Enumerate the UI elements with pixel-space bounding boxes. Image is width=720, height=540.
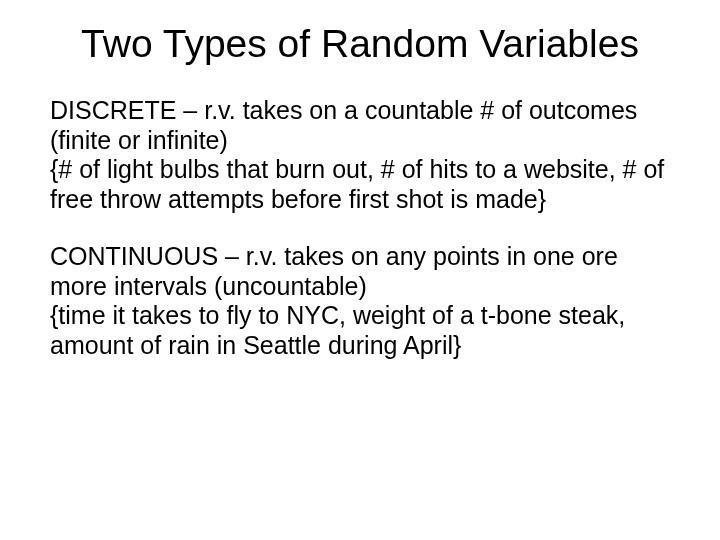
slide-title: Two Types of Random Variables <box>50 22 670 66</box>
discrete-examples: {# of light bulbs that burn out, # of hi… <box>50 155 670 214</box>
discrete-section: DISCRETE – r.v. takes on a countable # o… <box>50 96 670 214</box>
slide: Two Types of Random Variables DISCRETE –… <box>0 0 720 540</box>
discrete-definition: DISCRETE – r.v. takes on a countable # o… <box>50 96 670 155</box>
slide-body: DISCRETE – r.v. takes on a countable # o… <box>50 96 670 360</box>
continuous-section: CONTINUOUS – r.v. takes on any points in… <box>50 242 670 360</box>
continuous-examples: {time it takes to fly to NYC, weight of … <box>50 301 670 360</box>
continuous-definition: CONTINUOUS – r.v. takes on any points in… <box>50 242 670 301</box>
